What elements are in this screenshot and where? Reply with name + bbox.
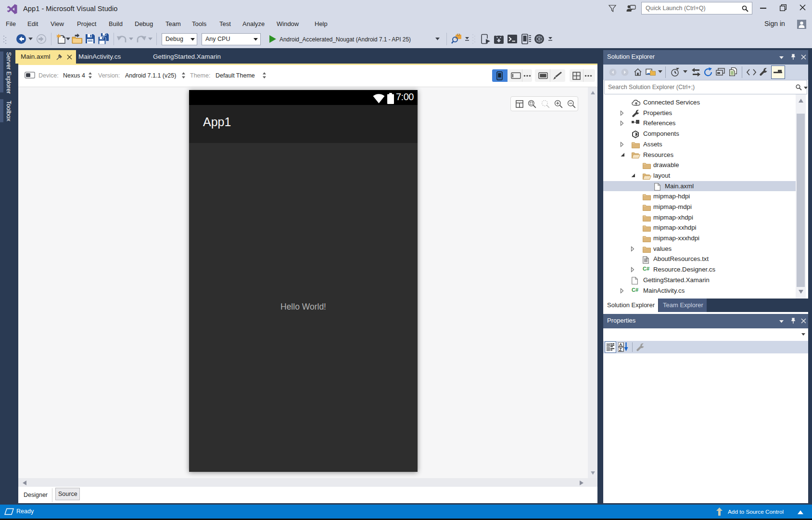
svg-text:Z: Z <box>619 347 622 352</box>
svg-text:A: A <box>619 342 622 347</box>
